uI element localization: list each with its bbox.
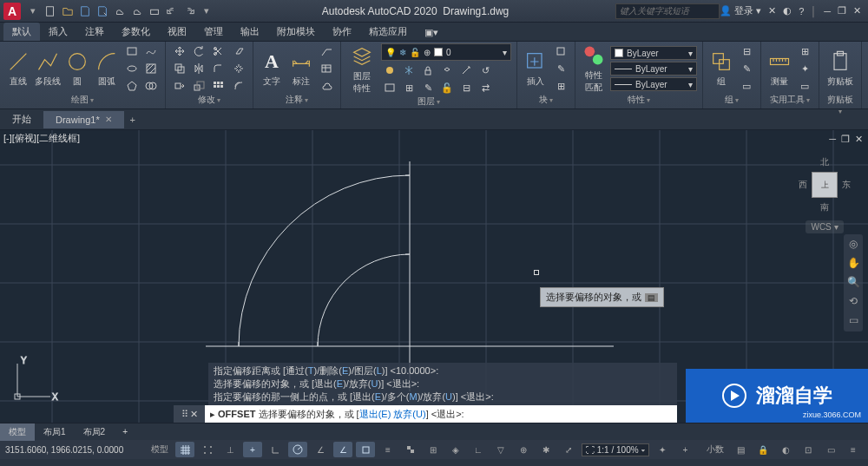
save-icon[interactable] [77, 3, 93, 19]
cmd-handle[interactable]: ⠿✕ [174, 405, 205, 423]
ribbon-expand[interactable]: ▣▾ [416, 24, 447, 41]
vp-close[interactable]: ✕ [855, 134, 863, 145]
new-icon[interactable] [43, 3, 58, 19]
insert-block-button[interactable]: 插入 [523, 43, 549, 94]
hatch-icon[interactable] [142, 61, 160, 76]
vp-minimize[interactable]: ─ [829, 134, 836, 145]
lineweight-combo[interactable]: ByLayer▾ [610, 62, 697, 75]
array-icon[interactable] [209, 78, 227, 94]
layer-state-icon[interactable] [381, 80, 398, 95]
layer-prev-icon[interactable]: ↺ [477, 62, 494, 78]
cloud-icon[interactable] [318, 78, 335, 94]
app-logo[interactable]: A [3, 3, 21, 20]
tab-default[interactable]: 默认 [3, 23, 40, 41]
create-block-icon[interactable] [552, 43, 569, 59]
viewport-label[interactable]: [-][俯视][二维线框] [3, 132, 80, 145]
viewcube-top[interactable]: 上 [812, 172, 838, 198]
redo-icon[interactable] [181, 3, 197, 19]
layer-iso-icon[interactable] [438, 62, 456, 78]
layer-lock-icon[interactable] [419, 62, 437, 78]
workspace-toggle[interactable]: ✦ [653, 442, 672, 457]
undo-icon[interactable] [164, 3, 180, 19]
vp-maximize[interactable]: ❐ [841, 134, 850, 145]
customize-icon[interactable]: ≡ [844, 442, 863, 457]
viewcube-east[interactable]: 东 [842, 179, 851, 191]
close-tab-icon[interactable]: ✕ [105, 115, 112, 124]
layer-uniso-icon[interactable]: ⊟ [457, 80, 475, 95]
explode-icon[interactable] [230, 61, 247, 76]
viewcube-west[interactable]: 西 [799, 179, 807, 191]
stretch-icon[interactable] [171, 78, 188, 94]
nav-pan-icon[interactable]: ✋ [846, 257, 860, 271]
exchange-icon[interactable]: ✕ [768, 5, 776, 16]
osnap-toggle[interactable] [356, 442, 375, 457]
tab-view[interactable]: 视图 [159, 23, 195, 41]
isolate-icon[interactable]: ◐ [776, 442, 795, 457]
nav-zoom-icon[interactable]: 🔍 [846, 276, 860, 290]
3dosnap-toggle[interactable]: ◈ [446, 442, 465, 457]
gizmo-toggle[interactable]: ⊕ [514, 442, 533, 457]
ortho-toggle[interactable] [266, 442, 285, 457]
layer-change-icon[interactable]: ⇄ [477, 80, 494, 95]
arc-button[interactable]: 圆弧 [94, 43, 120, 94]
signin-button[interactable]: 👤 登录 ▾ [720, 4, 761, 17]
filter-toggle[interactable]: ▽ [491, 442, 510, 457]
offset-icon[interactable] [230, 78, 247, 94]
panel-util-label[interactable]: 实用工具 [766, 94, 813, 108]
panel-annot-label[interactable]: 注释 [259, 94, 335, 108]
dimension-button[interactable]: 标注 [288, 43, 314, 94]
attr-icon[interactable]: ⊞ [552, 78, 569, 94]
select-icon[interactable]: ▭ [796, 78, 813, 94]
cleanscreen-icon[interactable]: ▭ [821, 442, 840, 457]
layer-properties-button[interactable]: 图层 特性 [346, 44, 378, 95]
ungroup-icon[interactable]: ⊟ [738, 43, 755, 59]
a360-icon[interactable]: ◐ [783, 5, 792, 16]
snap-toggle[interactable] [198, 442, 217, 457]
polyline-button[interactable]: 多段线 [35, 43, 61, 94]
match-prop-button[interactable]: 特性 匹配 [581, 43, 607, 94]
isodraft-toggle[interactable]: ∠ [311, 442, 330, 457]
group-button[interactable]: 组 [708, 43, 734, 94]
add-tab-button[interactable]: + [124, 115, 141, 125]
polygon-icon[interactable] [123, 78, 141, 94]
nav-show-icon[interactable]: ▭ [846, 314, 860, 328]
lineweight-toggle[interactable]: ≡ [378, 442, 398, 457]
close-button[interactable]: ✕ [853, 5, 861, 16]
infer-toggle[interactable]: ⊥ [220, 442, 240, 457]
hardware-accel-icon[interactable]: ⊡ [799, 442, 818, 457]
annot-vis-toggle[interactable]: ✱ [536, 442, 556, 457]
group-bbox-icon[interactable]: ▭ [738, 78, 755, 94]
panel-block-label[interactable]: 块 [523, 94, 569, 108]
viewcube-south[interactable]: 南 [799, 201, 851, 213]
layout2-tab[interactable]: 布局2 [75, 423, 115, 441]
menu-dropdown[interactable]: ▾ [25, 3, 41, 19]
model-tab[interactable]: 模型 [0, 423, 35, 441]
table-icon[interactable] [318, 61, 335, 76]
text-button[interactable]: A文字 [259, 43, 285, 94]
dynamic-input-toggle[interactable]: + [243, 442, 262, 457]
point-icon[interactable]: ✦ [796, 61, 813, 76]
minimize-button[interactable]: ─ [824, 6, 831, 16]
command-line[interactable]: ⠿✕ ▸ OFFSET 选择要偏移的对象，或 [退出(E) 放弃(U)] <退出… [174, 405, 677, 423]
panel-draw-label[interactable]: 绘图 [5, 94, 160, 108]
layer-off-icon[interactable] [381, 62, 398, 78]
view-cube[interactable]: 北 西上东 南 WCS ▾ [799, 156, 851, 233]
group-edit-icon[interactable]: ✎ [738, 61, 755, 76]
line-button[interactable]: 直线 [5, 43, 31, 94]
cycling-toggle[interactable]: ⊞ [424, 442, 443, 457]
measure-button[interactable]: 测量 [766, 43, 792, 94]
erase-icon[interactable] [230, 43, 247, 59]
lockui-icon[interactable]: 🔒 [753, 442, 773, 457]
help-search-input[interactable] [615, 3, 720, 19]
tab-collab[interactable]: 协作 [324, 23, 360, 41]
clipboard-button[interactable]: 剪贴板 [825, 43, 856, 94]
autoscale-toggle[interactable]: ⤢ [559, 442, 578, 457]
mirror-icon[interactable] [190, 61, 207, 76]
navigation-bar[interactable]: ◎ ✋ 🔍 ⟲ ▭ [844, 234, 863, 331]
move-icon[interactable] [171, 43, 188, 59]
region-icon[interactable] [142, 78, 160, 94]
color-combo[interactable]: ByLayer▾ [610, 46, 697, 60]
spline-icon[interactable] [142, 43, 160, 59]
tab-drawing1[interactable]: Drawing1*✕ [43, 111, 124, 128]
grid-toggle[interactable] [175, 442, 194, 457]
